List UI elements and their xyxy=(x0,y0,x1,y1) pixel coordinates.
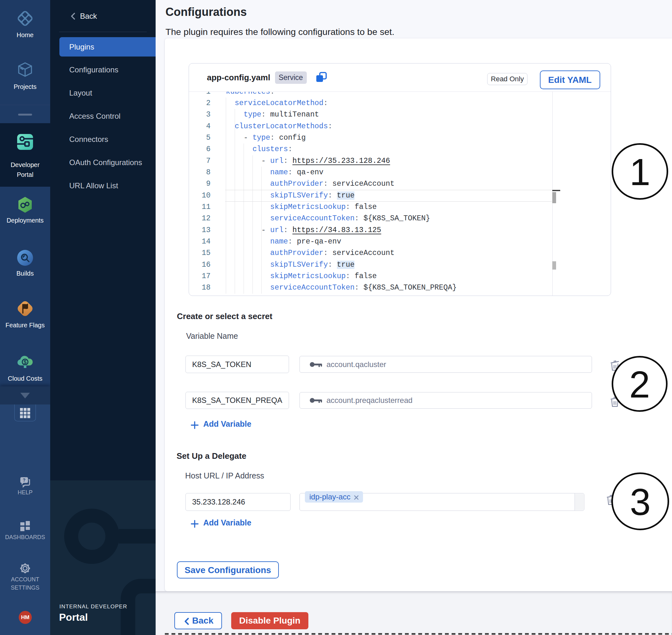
svg-text:$: $ xyxy=(24,359,27,365)
svg-text:?: ? xyxy=(23,478,26,483)
